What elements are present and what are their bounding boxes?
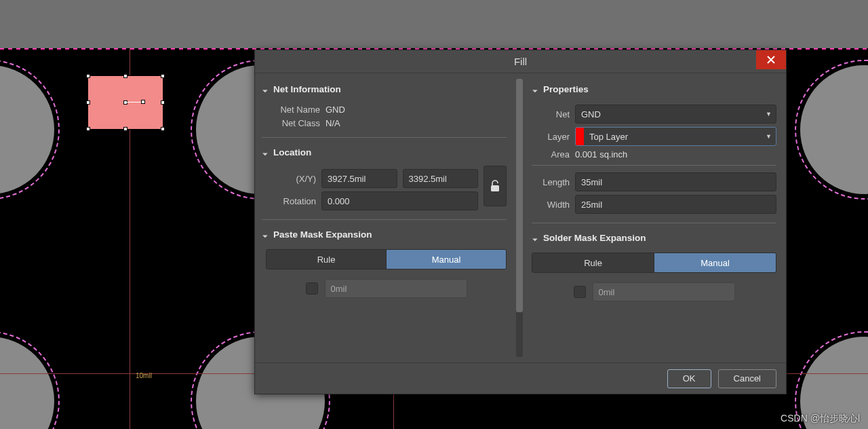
solder-mask-value-input[interactable]: 0mil: [593, 282, 735, 301]
close-button[interactable]: [756, 50, 786, 69]
net-label: Net: [532, 109, 570, 119]
net-name-value: GND: [326, 105, 345, 115]
dialog-title: Fill: [514, 56, 527, 67]
ruler-tick-label: 10mil: [136, 372, 152, 379]
x-input[interactable]: 3927.5mil: [321, 169, 397, 188]
selected-fill-object[interactable]: [88, 76, 163, 129]
lock-button[interactable]: [484, 166, 507, 206]
rotation-label: Rotation: [269, 196, 316, 206]
rotation-input[interactable]: 0.000: [321, 191, 478, 210]
solder-mask-mode: Rule Manual: [532, 253, 776, 273]
watermark: CSDN @怡步晓心l: [781, 413, 860, 425]
cancel-button[interactable]: Cancel: [718, 369, 776, 388]
solder-mask-manual-button[interactable]: Manual: [654, 253, 776, 272]
section-solder-mask-expansion[interactable]: Solder Mask Expansion: [532, 230, 776, 248]
y-input[interactable]: 3392.5mil: [403, 169, 479, 188]
unlock-icon: [490, 180, 500, 192]
svg-rect-0: [491, 185, 499, 191]
length-input[interactable]: 35mil: [575, 172, 776, 191]
net-name-label: Net Name: [269, 105, 320, 115]
layer-dropdown[interactable]: Top Layer ▼: [575, 127, 776, 146]
dialog-titlebar[interactable]: Fill: [255, 50, 786, 73]
dialog-footer: OK Cancel: [255, 362, 786, 394]
section-location[interactable]: Location: [262, 145, 507, 163]
width-input[interactable]: 25mil: [575, 195, 776, 214]
scrollbar[interactable]: [516, 79, 523, 357]
xy-label: (X/Y): [269, 174, 316, 184]
scrollbar-thumb[interactable]: [516, 79, 523, 312]
area-value: 0.001 sq.inch: [575, 149, 627, 160]
layer-color-swatch: [576, 128, 584, 145]
layer-label: Layer: [532, 132, 570, 142]
paste-mask-rule-button[interactable]: Rule: [267, 250, 387, 269]
net-class-label: Net Class: [269, 118, 320, 128]
area-label: Area: [532, 149, 570, 160]
section-net-information[interactable]: Net Information: [262, 81, 507, 100]
width-label: Width: [532, 200, 570, 210]
fill-dialog: Fill Net Information Net Name GND Net Cl…: [254, 50, 787, 394]
paste-mask-value-input[interactable]: 0mil: [325, 279, 467, 298]
net-class-value: N/A: [326, 118, 340, 128]
app-toolbar: [0, 0, 868, 48]
paste-mask-checkbox[interactable]: [306, 282, 318, 295]
section-properties[interactable]: Properties: [532, 81, 776, 100]
paste-mask-mode: Rule Manual: [266, 249, 507, 269]
paste-mask-manual-button[interactable]: Manual: [387, 250, 506, 269]
length-label: Length: [532, 177, 570, 187]
right-column: Properties Net GND ▼ Layer Top Layer ▼: [525, 73, 786, 362]
solder-mask-rule-button[interactable]: Rule: [532, 253, 654, 272]
left-column: Net Information Net Name GND Net Class N…: [255, 73, 516, 362]
solder-mask-checkbox[interactable]: [574, 286, 586, 298]
net-dropdown[interactable]: GND ▼: [575, 105, 776, 124]
ok-button[interactable]: OK: [667, 369, 711, 388]
section-paste-mask-expansion[interactable]: Paste Mask Expansion: [262, 227, 507, 245]
chevron-down-icon: ▼: [766, 111, 772, 117]
chevron-down-icon: ▼: [766, 133, 772, 140]
close-icon: [767, 56, 775, 64]
